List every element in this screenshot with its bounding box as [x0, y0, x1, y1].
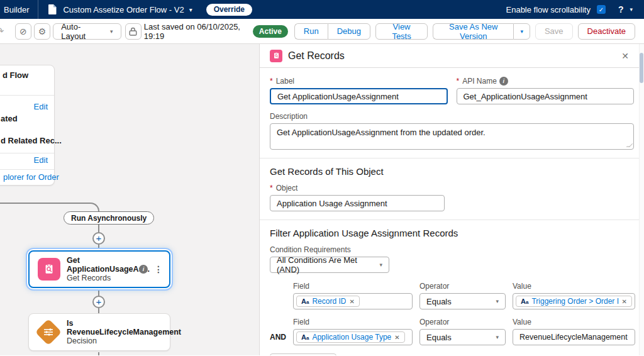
required-mark: * — [457, 77, 460, 86]
api-name-input[interactable]: Get_ApplicationUsageAssignment — [457, 88, 635, 104]
remove-pill-icon[interactable]: ✕ — [394, 334, 399, 341]
chevron-down-icon: ▾ — [379, 262, 382, 268]
start-card-divider — [0, 169, 54, 170]
flow-document-icon — [48, 4, 57, 14]
chevron-down-icon: ▾ — [496, 298, 499, 304]
node-subtitle: Decision — [67, 337, 164, 346]
app-label: Builder — [0, 5, 38, 14]
resource-pill[interactable]: Aa Record ID ✕ — [296, 296, 360, 307]
decision-node-icon — [35, 319, 62, 345]
chevron-down-icon: ▾ — [496, 334, 499, 340]
get-records-node[interactable]: Get ApplicationUsageAs... Get Records i … — [28, 250, 170, 288]
start-card-edit-link-2[interactable]: Edit — [34, 155, 48, 165]
add-element-button[interactable]: + — [92, 296, 105, 308]
field-column-label: Field — [293, 318, 413, 326]
redo-button[interactable]: ↷ — [0, 23, 9, 40]
layout-select[interactable]: Auto-Layout ▾ — [53, 23, 121, 40]
trigger-explorer-link-fragment[interactable]: plorer for Order — [3, 172, 59, 182]
condition-operator-select[interactable]: Equals ▾ — [419, 293, 506, 309]
api-name-field-label: *API Name i — [457, 77, 635, 86]
select-elements-button[interactable]: ⊘ — [15, 23, 31, 40]
help-caret-icon[interactable]: ▾ — [630, 6, 633, 13]
operator-column-label: Operator — [419, 282, 506, 291]
condition-field-input[interactable]: Aa Application Usage Type ✕ — [293, 329, 413, 345]
resource-pill[interactable]: Aa Application Usage Type ✕ — [296, 331, 405, 343]
condition-field-input[interactable]: Aa Record ID ✕ — [293, 293, 413, 309]
resource-pill[interactable]: Aa Triggering Order > Order ID ✕ — [516, 296, 632, 307]
view-tests-button[interactable]: View Tests — [375, 23, 428, 40]
save-as-new-version-button[interactable]: Save As New Version — [433, 23, 513, 40]
decision-node[interactable]: Is RevenueLifecycleManagement Decision — [28, 313, 170, 351]
condition-requirements-select[interactable]: All Conditions Are Met (AND) ▾ — [270, 257, 389, 273]
object-section-heading: Get Records of This Object — [270, 166, 634, 177]
node-menu-icon[interactable]: ⋮ — [154, 264, 163, 274]
field-column-label: Field — [293, 282, 413, 291]
flow-title: Custom Assetize Order Flow - V2 — [63, 5, 184, 14]
node-title-line2: RevenueLifecycleManagement — [67, 328, 164, 337]
flow-canvas[interactable]: d Flow Edit ated d Related Rec... Edit p… — [0, 44, 259, 355]
get-records-node-icon — [38, 258, 60, 281]
run-asynchronously-label: Run Asynchronously — [64, 211, 154, 225]
start-card-optimize-fragment: d Related Rec... — [1, 136, 62, 145]
and-operator-label: AND — [270, 333, 286, 342]
connector-line — [98, 245, 99, 250]
condition-value-input[interactable]: RevenueLifecycleManagement — [513, 329, 635, 345]
debug-button[interactable]: Debug — [328, 23, 370, 40]
status-badge: Active — [253, 25, 288, 38]
panel-title: Get Records — [288, 50, 345, 62]
start-card-divider — [0, 153, 54, 153]
connector-line — [98, 289, 99, 296]
lock-icon — [129, 27, 137, 36]
flow-settings-button[interactable]: ⚙ — [34, 23, 50, 40]
gear-icon: ⚙ — [38, 26, 47, 36]
flow-title-caret-icon[interactable]: ▾ — [189, 6, 192, 13]
check-icon: ✓ — [599, 6, 604, 13]
condition-value-input[interactable]: Aa Triggering Order > Order ID ✕ — [513, 293, 635, 309]
add-element-button[interactable]: + — [92, 232, 105, 245]
save-button[interactable]: Save — [535, 23, 573, 40]
search-icon — [628, 333, 628, 341]
section-divider — [260, 158, 644, 159]
redo-icon: ↷ — [0, 25, 4, 37]
add-condition-button[interactable]: + Add Condition — [270, 353, 336, 355]
condition-row: AND Aa Application Usage Type ✕ Equals ▾ — [270, 329, 634, 345]
condition-requirements-label: Condition Requirements — [270, 245, 634, 254]
start-card-edit-link[interactable]: Edit — [34, 102, 48, 111]
panel-scrollbar-thumb[interactable] — [640, 53, 643, 83]
scrollability-checkbox[interactable]: ✓ — [597, 5, 606, 14]
node-title-line2: ApplicationUsageAs... — [67, 265, 133, 274]
required-mark: * — [270, 184, 273, 192]
lock-canvas-button[interactable] — [125, 23, 142, 40]
remove-pill-icon[interactable]: ✕ — [622, 298, 627, 305]
label-input[interactable]: Get ApplicationUsageAssignment — [270, 88, 448, 104]
close-icon[interactable]: ✕ — [621, 51, 629, 61]
header-right-group: Enable flow scrollability ✓ ? ▾ — [506, 4, 644, 14]
help-button[interactable]: ? — [618, 4, 624, 14]
info-icon[interactable]: i — [139, 265, 148, 274]
panel-scrollbar-track[interactable] — [639, 44, 644, 355]
api-info-icon[interactable]: i — [499, 77, 508, 86]
section-divider — [260, 220, 644, 220]
resource-type-icon: Aa — [521, 298, 528, 305]
node-subtitle: Get Records — [67, 274, 133, 283]
builder-toolbar: ↷ ⊘ ⚙ Auto-Layout ▾ Last saved on 06/10/… — [0, 19, 644, 44]
override-badge[interactable]: Override — [206, 4, 252, 16]
description-textarea[interactable]: Get ApplicationUsageAssignment from the … — [270, 123, 634, 150]
operator-column-label: Operator — [419, 318, 506, 326]
resize-handle-icon[interactable] — [626, 143, 633, 147]
deactivate-button[interactable]: Deactivate — [578, 23, 635, 40]
condition-operator-select[interactable]: Equals ▾ — [419, 329, 506, 345]
panel-content: *Label Get ApplicationUsageAssignment *A… — [260, 68, 644, 355]
scrollability-label: Enable flow scrollability — [506, 5, 591, 14]
header-divider — [38, 0, 38, 19]
value-column-label: Value — [513, 282, 635, 291]
condition-row: Aa Record ID ✕ Equals ▾ Aa Triggering Or… — [270, 293, 634, 309]
object-input[interactable]: Application Usage Assignment — [270, 195, 445, 211]
start-card-divider — [0, 95, 54, 96]
start-element-card[interactable]: d Flow Edit ated d Related Rec... Edit p… — [0, 65, 55, 186]
filter-section-heading: Filter Application Usage Assignment Reco… — [270, 228, 634, 238]
remove-pill-icon[interactable]: ✕ — [349, 298, 354, 305]
save-options-caret-button[interactable]: ▾ — [513, 23, 530, 40]
value-column-label: Value — [513, 318, 635, 326]
run-button[interactable]: Run — [294, 23, 328, 40]
